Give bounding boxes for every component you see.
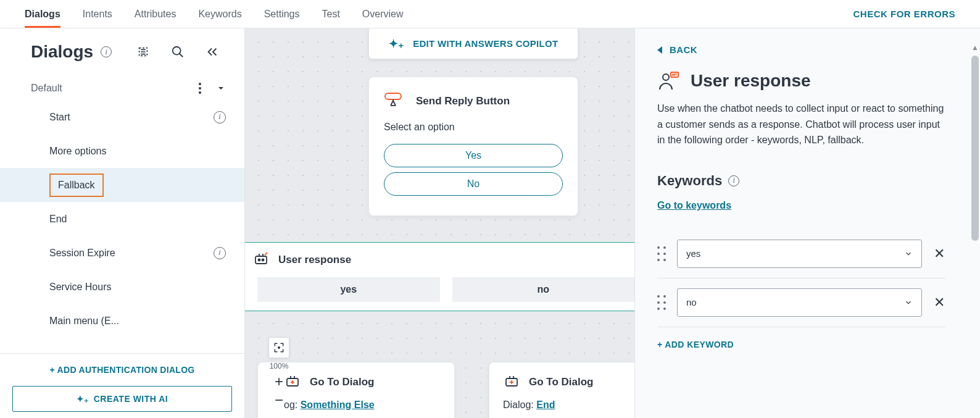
info-icon[interactable]: i (101, 46, 112, 57)
nav-tabs: Dialogs Intents Attributes Keywords Sett… (25, 0, 404, 28)
back-caret-icon (657, 46, 663, 54)
tab-overview[interactable]: Overview (362, 0, 404, 28)
goto-link[interactable]: Something Else (301, 399, 375, 410)
keyword-row: yes ✕ (657, 230, 945, 278)
reply-option-yes[interactable]: Yes (384, 144, 563, 167)
right-panel: ▲ BACK User response Use when the chatbo… (634, 28, 980, 418)
dialog-label: Service Hours (49, 282, 111, 293)
tab-test[interactable]: Test (322, 0, 339, 28)
keyword-value: yes (686, 248, 700, 259)
zoom-fit-button[interactable] (268, 337, 289, 358)
reply-prompt: Select an option (384, 122, 563, 133)
tab-attributes[interactable]: Attributes (135, 0, 176, 28)
goto-icon (503, 374, 520, 391)
keywords-heading: Keywords (657, 173, 722, 189)
canvas[interactable]: ✦₊ EDIT WITH ANSWERS COPILOT Send Reply … (245, 28, 634, 418)
reply-button-icon (384, 92, 406, 111)
dialog-item-more-options[interactable]: More options (0, 134, 244, 168)
chevron-down-icon[interactable] (216, 83, 226, 93)
user-response-block[interactable]: User response yes no (245, 242, 634, 311)
search-icon[interactable] (170, 44, 185, 59)
go-to-keywords-link[interactable]: Go to keywords (657, 200, 731, 211)
panel-description: Use when the chatbot needs to collect in… (657, 101, 945, 148)
chevron-down-icon (904, 298, 913, 307)
svg-point-1 (173, 47, 181, 55)
zoom-label: 100% (270, 362, 289, 370)
svg-rect-3 (255, 256, 267, 264)
zoom-controls: 100% + − (268, 337, 289, 408)
add-keyword-button[interactable]: + ADD KEYWORD (657, 340, 945, 349)
drag-handle-icon[interactable] (657, 246, 666, 261)
zoom-out-button[interactable]: − (275, 393, 283, 408)
create-with-ai-button[interactable]: ✦₊CREATE WITH AI (12, 386, 232, 412)
dialog-label: End (49, 214, 67, 225)
goto-link[interactable]: End (536, 399, 555, 410)
user-response-icon (657, 70, 679, 92)
dialog-label: Dialog: (503, 399, 536, 410)
sparkle-icon: ✦₊ (77, 394, 89, 404)
tab-settings[interactable]: Settings (264, 0, 300, 28)
collapse-icon[interactable] (205, 44, 220, 59)
dialog-item-fallback[interactable]: Fallback (0, 168, 244, 202)
info-icon[interactable]: i (214, 247, 226, 259)
zoom-in-button[interactable]: + (275, 374, 283, 389)
group-name: Default (31, 83, 62, 94)
add-authentication-button[interactable]: + ADD AUTHENTICATION DIALOG (0, 353, 244, 386)
card-title: Go To Dialog (310, 376, 375, 388)
keyword-select[interactable]: yes (677, 240, 922, 268)
scroll-up-icon[interactable]: ▲ (971, 43, 979, 52)
dialog-label: Fallback (49, 173, 104, 197)
card-title: Send Reply Button (416, 95, 510, 107)
drag-handle-icon[interactable] (657, 295, 666, 310)
svg-point-5 (262, 259, 264, 261)
top-nav: Dialogs Intents Attributes Keywords Sett… (0, 0, 980, 28)
svg-point-6 (278, 347, 280, 349)
dialog-item-session-expire[interactable]: Session Expire i (0, 236, 244, 270)
tab-keywords[interactable]: Keywords (198, 0, 241, 28)
svg-rect-10 (671, 72, 678, 77)
check-errors-button[interactable]: CHECK FOR ERRORS (853, 9, 955, 19)
branch-yes[interactable]: yes (257, 277, 440, 302)
dialog-item-start[interactable]: Start i (0, 100, 244, 134)
send-reply-card[interactable]: Send Reply Button Select an option Yes N… (368, 77, 578, 216)
user-response-icon (252, 251, 270, 269)
keyword-value: no (686, 297, 697, 307)
edit-copilot-button[interactable]: ✦₊ EDIT WITH ANSWERS COPILOT (368, 28, 578, 59)
panel-title: User response (691, 71, 811, 91)
tab-intents[interactable]: Intents (83, 0, 112, 28)
dialog-list: ▲ Start i More options Fallback End Sess… (0, 100, 244, 353)
sparkle-icon: ✦₊ (389, 37, 405, 51)
dialog-item-end[interactable]: End (0, 202, 244, 236)
back-button[interactable]: BACK (657, 44, 945, 55)
reply-option-no[interactable]: No (384, 172, 563, 196)
branch-no[interactable]: no (452, 277, 635, 302)
keyword-select[interactable]: no (677, 288, 922, 317)
info-icon[interactable]: i (728, 175, 739, 186)
keyword-row: no ✕ (657, 278, 945, 327)
dialog-label: Main menu (E... (49, 316, 119, 327)
delete-keyword-button[interactable]: ✕ (933, 248, 945, 260)
copilot-label: EDIT WITH ANSWERS COPILOT (413, 38, 558, 49)
block-title: User response (278, 254, 351, 266)
svg-rect-2 (385, 93, 401, 99)
card-title: Go To Dialog (529, 376, 594, 388)
dialog-item-service-hours[interactable]: Service Hours (0, 270, 244, 304)
dialog-group-row[interactable]: Default (0, 74, 244, 100)
dialog-label: More options (49, 146, 107, 157)
goto-dialog-card-b[interactable]: Go To Dialog Dialog: End (489, 362, 634, 418)
dialog-label: Session Expire (49, 248, 115, 259)
delete-keyword-button[interactable]: ✕ (933, 296, 945, 309)
select-all-icon[interactable] (136, 44, 151, 59)
kebab-icon[interactable] (196, 80, 204, 96)
dialog-label: Start (49, 112, 70, 123)
tab-dialogs[interactable]: Dialogs (25, 0, 60, 28)
right-scrollbar[interactable] (971, 56, 979, 241)
chevron-down-icon (904, 249, 913, 258)
svg-point-4 (259, 259, 260, 261)
sidebar-title: Dialogs (31, 42, 93, 62)
sidebar: Dialogs i Default ▲ Star (0, 28, 245, 418)
dialog-item-main-menu[interactable]: Main menu (E... (0, 304, 244, 338)
svg-point-9 (663, 74, 669, 80)
info-icon[interactable]: i (214, 111, 226, 123)
